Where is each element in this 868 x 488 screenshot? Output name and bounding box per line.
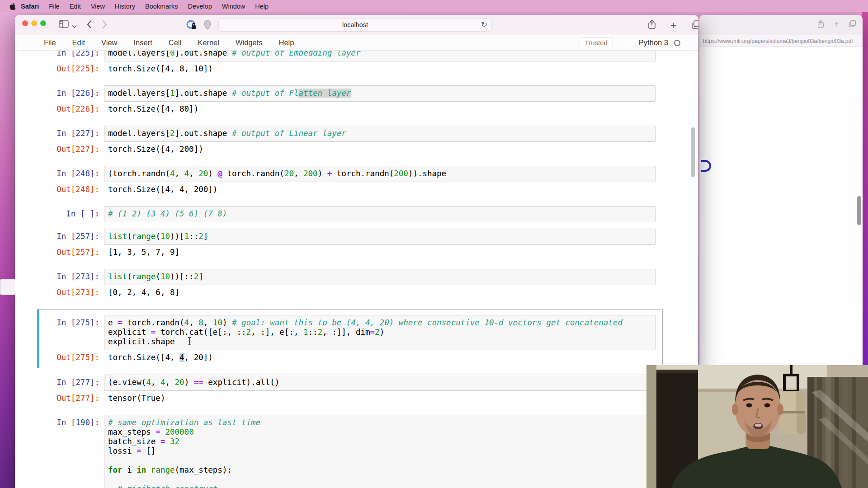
share-icon[interactable] <box>648 19 656 31</box>
menu-file[interactable]: File <box>44 3 64 10</box>
code-token: # same optimization as last time <box>108 418 260 427</box>
code-token: torch.Size([4, 80]) <box>108 104 198 113</box>
code-token: , :]], dim <box>322 328 370 337</box>
code-token: , <box>203 318 213 327</box>
jupyter-menu-file[interactable]: File <box>36 38 64 47</box>
apple-menu[interactable] <box>9 3 16 10</box>
share-icon[interactable] <box>817 20 824 30</box>
tab-overview-icon[interactable] <box>849 20 856 30</box>
pdf-url-bar[interactable]: https://www.jmlr.org/papers/volume3/beng… <box>699 35 863 47</box>
code-input[interactable]: model.layers[0].out.shape # output of Em… <box>104 51 656 61</box>
code-input[interactable]: list(range(10))[1::2] <box>104 229 656 245</box>
notebook-cell-c257[interactable]: In [257]:list(range(10))[1::2]Out[257]:[… <box>15 229 698 257</box>
reload-icon[interactable]: ↻ <box>481 20 487 29</box>
jupyter-menu-widgets[interactable]: Widgets <box>227 38 271 47</box>
code-token: 4 <box>179 353 184 362</box>
trusted-badge[interactable]: Trusted <box>580 37 613 48</box>
jupyter-menu-edit[interactable]: Edit <box>64 38 93 47</box>
code-token: 20 <box>198 169 208 178</box>
code-input[interactable]: (torch.randn(4, 4, 20) @ torch.randn(20,… <box>104 166 656 182</box>
jupyter-menu-view[interactable]: View <box>93 38 125 47</box>
code-token <box>108 484 118 488</box>
new-tab-icon[interactable]: + <box>834 20 839 30</box>
code-token: model.layers[ <box>108 129 170 138</box>
code-token: , <box>165 378 175 387</box>
code-token: 10 <box>160 232 170 241</box>
menu-window[interactable]: Window <box>217 3 250 10</box>
notebook-cell-c248[interactable]: In [248]:(torch.randn(4, 4, 20) @ torch.… <box>15 166 698 194</box>
macos-menubar: SafariFileEditViewHistoryBookmarksDevelo… <box>0 0 868 12</box>
notebook-cell-c277[interactable]: In [277]:(e.view(4, 4, 20) == explicit).… <box>15 375 698 403</box>
code-input[interactable]: # (1 2) (3 4) (5 6) (7 8) <box>104 206 656 222</box>
code-token: ) <box>318 169 327 178</box>
code-token: = <box>151 328 156 337</box>
code-input[interactable]: list(range(10))[::2] <box>104 269 656 285</box>
new-tab-icon[interactable]: + <box>670 19 677 32</box>
code-token: # minibatch construct <box>118 484 217 488</box>
minimize-button[interactable] <box>31 20 37 26</box>
kernel-name: Python 3 <box>639 38 668 47</box>
code-token: :: <box>308 328 318 337</box>
privacy-extension-icon[interactable] <box>186 19 197 33</box>
notebook-cell-c275[interactable]: In [275]:e = torch.randn(4, 8, 10) # goa… <box>37 309 663 368</box>
menu-history[interactable]: History <box>110 3 140 10</box>
code-token: model.layers[ <box>108 51 170 57</box>
code-token: ] <box>198 272 203 281</box>
code-token: + <box>327 169 332 178</box>
code-token: ].out.shape <box>175 89 232 98</box>
notebook-content: In [225]:model.layers[0].out.shape # out… <box>15 51 698 488</box>
output-text: torch.Size([4, 80]) <box>104 104 198 114</box>
jupyter-menu-kernel[interactable]: Kernel <box>189 38 227 47</box>
code-token: (max_steps): <box>175 465 232 474</box>
jupyter-menu-cell[interactable]: Cell <box>160 38 189 47</box>
menu-safari[interactable]: Safari <box>16 3 44 10</box>
notebook-cell-c190[interactable]: In [190]:# same optimization as last tim… <box>15 415 698 488</box>
notebook-cell-c273[interactable]: In [273]:list(range(10))[::2]Out[273]:[0… <box>15 269 698 297</box>
code-token: torch.Size([4, 200]) <box>108 145 203 154</box>
menu-help[interactable]: Help <box>250 3 274 10</box>
zoom-button[interactable] <box>40 20 46 26</box>
menu-view[interactable]: View <box>86 3 110 10</box>
jupyter-menu-help[interactable]: Help <box>271 38 302 47</box>
pdf-scrollbar[interactable] <box>857 196 861 225</box>
chevron-down-icon[interactable] <box>72 22 77 30</box>
code-token: list <box>108 232 127 241</box>
code-token: [0, 2, 4, 6, 8] <box>108 288 179 297</box>
code-token: [] <box>142 446 156 455</box>
menu-edit[interactable]: Edit <box>65 3 86 10</box>
webcam-video <box>646 365 868 488</box>
menu-develop[interactable]: Develop <box>183 3 217 10</box>
code-input[interactable]: model.layers[2].out.shape # output of Li… <box>104 126 656 142</box>
code-token: 4 <box>184 169 189 178</box>
code-token: 2 <box>198 232 203 241</box>
back-icon[interactable] <box>86 20 92 31</box>
close-button[interactable] <box>22 20 28 26</box>
code-input[interactable]: # same optimization as last timemax_step… <box>104 415 656 488</box>
code-token: ] <box>203 232 208 241</box>
menu-bookmarks[interactable]: Bookmarks <box>140 3 183 10</box>
tab-overview-icon[interactable] <box>691 20 698 31</box>
shield-extension-icon[interactable] <box>203 19 212 32</box>
notebook-cell-c226[interactable]: In [226]:model.layers[1].out.shape # out… <box>15 85 698 114</box>
code-input[interactable]: model.layers[1].out.shape # output of Fl… <box>104 85 656 102</box>
code-token: , :], e[:, <box>251 328 303 337</box>
notebook-scrollbar[interactable] <box>691 127 695 177</box>
notebook-cell-c225[interactable]: In [225]:model.layers[0].out.shape # out… <box>15 51 698 74</box>
code-token: atten layer <box>298 89 351 98</box>
notebook-cell-c-blank[interactable]: In [ ]:# (1 2) (3 4) (5 6) (7 8) <box>15 206 698 222</box>
code-token: 2 <box>194 272 199 281</box>
url-text: localhost <box>342 21 368 28</box>
output-prompt: Out[257]: <box>39 248 104 257</box>
jupyter-menu-insert[interactable]: Insert <box>126 38 160 47</box>
url-field[interactable]: localhost ↻ <box>218 18 492 32</box>
code-token: torch.randn( <box>222 169 284 178</box>
code-input[interactable]: (e.view(4, 4, 20) == explicit).all() <box>104 375 656 391</box>
code-token: , 20]) <box>184 353 213 362</box>
code-token: e <box>108 318 118 327</box>
forward-icon[interactable] <box>102 20 108 31</box>
code-token: ) <box>222 318 232 327</box>
sidebar-icon[interactable] <box>59 20 69 30</box>
input-prompt: In [226]: <box>39 85 104 98</box>
notebook-cell-c227[interactable]: In [227]:model.layers[2].out.shape # out… <box>15 126 698 154</box>
pdf-window-toolbar: + <box>699 15 863 35</box>
